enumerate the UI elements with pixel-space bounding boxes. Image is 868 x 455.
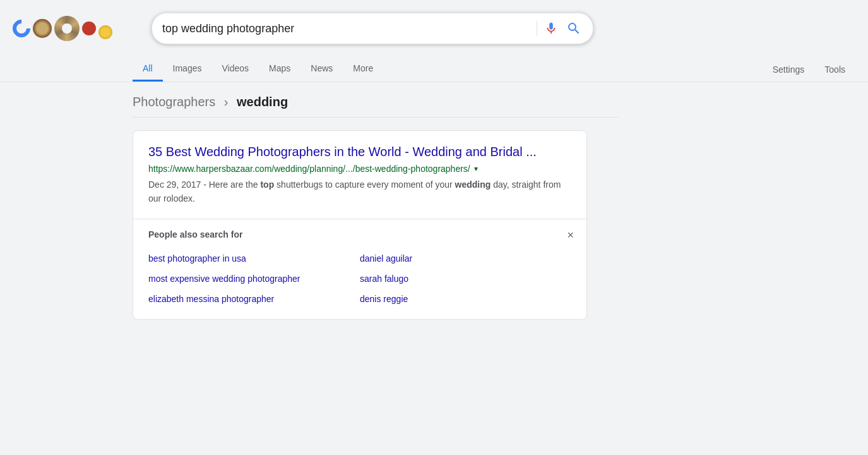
- people-link-4[interactable]: sarah falugo: [360, 269, 571, 289]
- result-url-row: https://www.harpersbazaar.com/wedding/pl…: [148, 164, 571, 174]
- main-content: Photographers › wedding 35 Best Wedding …: [0, 82, 631, 332]
- tab-all[interactable]: All: [133, 57, 163, 82]
- result-card: 35 Best Wedding Photographers in the Wor…: [133, 130, 587, 320]
- google-doodle: [13, 6, 126, 51]
- people-grid: best photographer in usa daniel aguilar …: [148, 248, 571, 309]
- search-bar: [152, 13, 593, 44]
- search-input[interactable]: [162, 22, 530, 35]
- breadcrumb-separator: ›: [224, 95, 229, 109]
- tools-link[interactable]: Tools: [814, 58, 855, 81]
- result-url[interactable]: https://www.harpersbazaar.com/wedding/pl…: [148, 164, 470, 174]
- result-url-caret: ▾: [474, 164, 478, 173]
- settings-link[interactable]: Settings: [763, 58, 815, 81]
- snippet-middle: shutterbugs to capture every moment of y…: [276, 179, 455, 190]
- snippet-bold-top: top: [260, 179, 274, 190]
- tab-videos[interactable]: Videos: [211, 57, 259, 82]
- doodle-shape-4: [98, 25, 112, 39]
- breadcrumb-current: wedding: [237, 95, 288, 109]
- tab-news[interactable]: News: [300, 57, 343, 82]
- search-divider: [537, 21, 537, 36]
- tab-images[interactable]: Images: [163, 57, 212, 82]
- snippet-date: Dec 29, 2017: [148, 179, 201, 190]
- doodle-shape-3: [82, 21, 96, 35]
- result-main: 35 Best Wedding Photographers in the Wor…: [133, 131, 586, 219]
- result-snippet: Dec 29, 2017 - Here are the top shutterb…: [148, 178, 571, 206]
- people-link-2[interactable]: daniel aguilar: [360, 248, 571, 269]
- people-also-search-section: People also search for × best photograph…: [133, 219, 586, 319]
- tab-maps[interactable]: Maps: [259, 57, 300, 82]
- people-link-1[interactable]: best photographer in usa: [148, 248, 360, 269]
- people-link-6[interactable]: denis reggie: [360, 289, 571, 309]
- doodle-shape-2: [54, 16, 80, 41]
- result-title[interactable]: 35 Best Wedding Photographers in the Wor…: [148, 143, 571, 160]
- doodle-letter-g: [9, 16, 34, 41]
- search-button[interactable]: [565, 20, 583, 37]
- google-logo: [13, 6, 139, 51]
- nav-tabs: All Images Videos Maps News More Setting…: [0, 57, 868, 82]
- breadcrumb: Photographers › wedding: [133, 95, 619, 118]
- breadcrumb-parent[interactable]: Photographers: [133, 95, 215, 109]
- people-link-3[interactable]: most expensive wedding photographer: [148, 269, 360, 289]
- search-bar-wrapper: [152, 13, 593, 44]
- microphone-icon[interactable]: [544, 21, 559, 36]
- people-also-search-title: People also search for: [148, 229, 571, 240]
- people-close-button[interactable]: ×: [567, 229, 574, 241]
- doodle-shape-1: [33, 19, 52, 38]
- snippet-dash: - Here are the: [203, 179, 260, 190]
- tab-more[interactable]: More: [343, 57, 383, 82]
- snippet-bold-wedding: wedding: [455, 179, 491, 190]
- people-link-5[interactable]: elizabeth messina photographer: [148, 289, 360, 309]
